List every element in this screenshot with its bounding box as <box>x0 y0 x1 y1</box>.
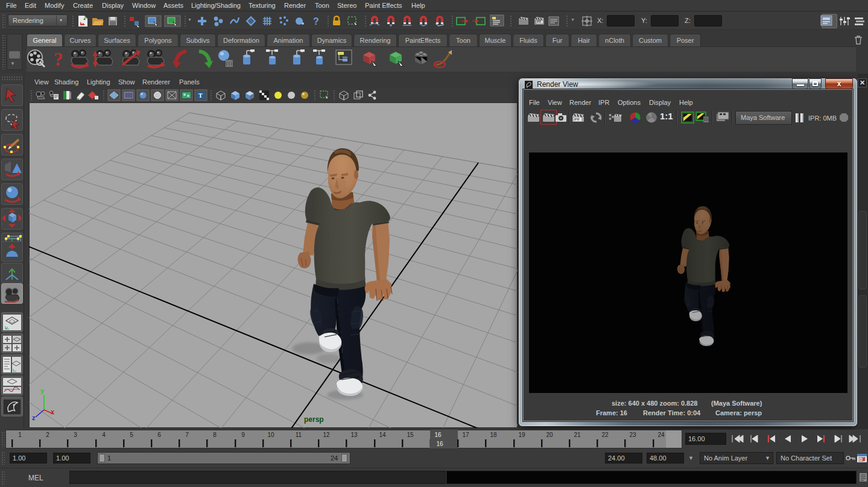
svg-text:10: 10 <box>267 432 274 438</box>
svg-text:20: 20 <box>546 432 553 438</box>
svg-text:22: 22 <box>601 432 609 438</box>
svg-text:14: 14 <box>379 432 386 438</box>
svg-text:16: 16 <box>434 432 442 438</box>
svg-text:IPR: IPR <box>574 118 580 121</box>
svg-text:24: 24 <box>657 432 665 438</box>
svg-text:23: 23 <box>629 432 636 438</box>
svg-text:4: 4 <box>102 432 106 438</box>
svg-text:9: 9 <box>241 432 245 438</box>
svg-text:8: 8 <box>213 432 217 438</box>
svg-text:21: 21 <box>574 432 581 438</box>
svg-text:12: 12 <box>323 432 330 438</box>
svg-text:15: 15 <box>407 432 414 438</box>
svg-text:?: ? <box>54 49 63 70</box>
svg-text:11: 11 <box>296 432 302 438</box>
svg-text:16: 16 <box>436 441 443 447</box>
svg-text:?: ? <box>313 16 319 27</box>
svg-text:7: 7 <box>185 432 189 438</box>
svg-text:3: 3 <box>74 432 77 438</box>
svg-text:T: T <box>198 92 203 99</box>
svg-text:5: 5 <box>130 432 133 438</box>
svg-text:13: 13 <box>350 432 358 438</box>
svg-text:19: 19 <box>518 432 525 438</box>
svg-text:6: 6 <box>157 432 161 438</box>
svg-text:17: 17 <box>462 432 469 438</box>
svg-text:1: 1 <box>18 432 22 438</box>
svg-text:IPR: IPR <box>537 20 542 24</box>
svg-text:2: 2 <box>46 432 49 438</box>
svg-text:18: 18 <box>490 432 497 438</box>
